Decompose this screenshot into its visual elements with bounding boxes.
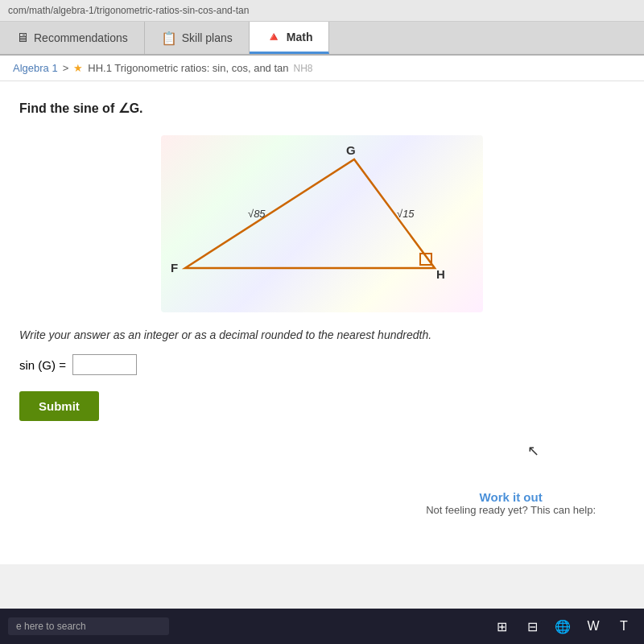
math-icon: 🔺 (266, 29, 282, 44)
taskbar-teams-icon[interactable]: T (612, 614, 636, 638)
skill-plans-icon: 📋 (161, 31, 177, 46)
taskbar-word-icon[interactable]: W (581, 614, 605, 638)
main-content: Find the sine of ∠G. G F H √85 √15 (0, 81, 644, 564)
answer-row: sin (G) = (19, 354, 625, 375)
address-bar: com/math/algebra-1/trigonometric-ratios-… (0, 0, 644, 22)
tab-math-label: Math (287, 31, 313, 43)
tab-skill-plans-label: Skill plans (182, 31, 233, 44)
triangle-diagram: G F H √85 √15 (161, 135, 483, 312)
instruction-text: Write your answer as an integer or as a … (19, 328, 625, 341)
question-prompt: Find the sine of ∠G. (19, 101, 625, 116)
work-it-out-section: Work it out Not feeling ready yet? This … (426, 490, 596, 516)
breadcrumb: Algebra 1 > ★ HH.1 Trigonometric ratios:… (0, 56, 644, 81)
answer-input[interactable] (72, 354, 137, 375)
work-it-out-title[interactable]: Work it out (426, 490, 596, 504)
taskbar: e here to search ⊞ ⊟ 🌐 W T (0, 609, 644, 644)
work-it-out-subtitle: Not feeling ready yet? This can help: (426, 504, 596, 516)
vertex-f-label: F (171, 261, 178, 275)
breadcrumb-tag: NH8 (294, 63, 313, 74)
tab-skill-plans[interactable]: 📋 Skill plans (145, 22, 250, 54)
taskbar-search[interactable]: e here to search (8, 617, 169, 635)
tab-bar: 🖥 Recommendations 📋 Skill plans 🔺 Math (0, 22, 644, 56)
vertex-h-label: H (436, 267, 445, 281)
side-fg-label: √85 (248, 208, 266, 220)
submit-button[interactable]: Submit (19, 391, 99, 421)
cursor: ↖ (527, 442, 539, 460)
taskbar-chrome-icon[interactable]: 🌐 (551, 614, 575, 638)
recommendations-icon: 🖥 (16, 31, 29, 45)
taskbar-icons: ⊞ ⊟ 🌐 W T (489, 614, 636, 638)
triangle-svg: G F H √85 √15 (161, 135, 483, 312)
tab-recommendations[interactable]: 🖥 Recommendations (0, 22, 145, 54)
url-text: com/math/algebra-1/trigonometric-ratios-… (8, 5, 249, 16)
taskbar-task-icon[interactable]: ⊟ (520, 614, 544, 638)
taskbar-windows-icon[interactable]: ⊞ (489, 614, 514, 638)
breadcrumb-separator: > (63, 62, 69, 74)
diagram-svg-wrapper: G F H √85 √15 (161, 135, 483, 312)
tab-math[interactable]: 🔺 Math (250, 22, 330, 54)
breadcrumb-parent[interactable]: Algebra 1 (13, 62, 58, 74)
answer-label: sin (G) = (19, 358, 66, 372)
side-gh-label: √15 (397, 208, 415, 220)
breadcrumb-star-icon: ★ (73, 62, 83, 74)
breadcrumb-current: HH.1 Trigonometric ratios: sin, cos, and… (88, 62, 288, 74)
tab-recommendations-label: Recommendations (34, 31, 128, 44)
vertex-g-label: G (346, 143, 356, 157)
